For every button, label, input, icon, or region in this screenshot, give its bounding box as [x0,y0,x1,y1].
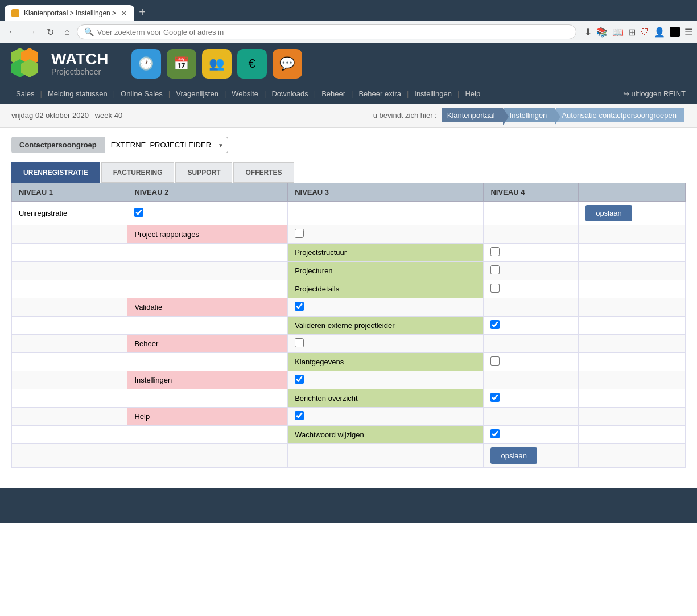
app-icon-users[interactable]: 👥 [202,49,232,79]
checkbox-instellingen[interactable] [295,375,304,384]
addon-icon[interactable]: 👤 [654,27,665,38]
download-icon[interactable]: ⬇ [584,27,592,38]
header-action [579,183,686,202]
nav-online-sales[interactable]: Online Sales [116,84,167,104]
address-bar[interactable]: 🔍 [77,24,576,39]
nav-vragenlijsten[interactable]: Vragenlijsten [171,84,223,104]
app-icon-chat[interactable]: 💬 [273,49,302,79]
tabs: URENREGISTRATIE FACTURERING SUPPORT OFFE… [11,162,686,183]
tab-close-btn[interactable]: ✕ [121,9,127,18]
permission-table: NIVEAU 1 NIVEAU 2 NIVEAU 3 NIVEAU 4 Uren… [11,183,686,468]
niveau3-valideren: Valideren externe projectleider [288,317,484,335]
breadcrumb-date: vrijdag 02 oktober 2020 week 40 [11,111,122,120]
group-select-wrap: EXTERNE_PROJECTLEIDER INTERN ADMIN [105,137,228,153]
nav-instellingen[interactable]: Instellingen [410,84,456,104]
checkbox-help[interactable] [295,411,304,420]
checkbox-urenregistratie[interactable] [134,208,143,217]
niveau2-urenregistratie-check [127,202,288,225]
ublock-icon[interactable]: 🛡 [640,27,649,37]
table-row: Projecturen [12,262,686,280]
table-row: Wachtwoord wijzigen [12,426,686,444]
browser-tab[interactable]: Klantenportaal > Instellingen > ✕ [5,5,134,21]
niveau3-klantgegevens: Klantgegevens [288,353,484,371]
breadcrumb-nav: u bevindt zich hier : Klantenportaal Ins… [373,108,686,122]
table-row: Projectstructuur [12,244,686,262]
home-button[interactable]: ⌂ [61,26,73,38]
checkbox-projectdetails[interactable] [490,284,500,293]
header-niveau1: NIVEAU 1 [12,183,127,202]
logo-svg [11,48,46,79]
niveau3-wachtwoord: Wachtwoord wijzigen [288,426,484,444]
niveau2-instellingen: Instellingen [127,371,288,389]
logout-button[interactable]: ↪ uitloggen REINT [623,89,686,98]
checkbox-valideren-externe[interactable] [490,320,500,329]
table-row: Beheer [12,335,686,353]
nav-help[interactable]: Help [460,84,485,104]
table-row: Project rapportages [12,225,686,244]
checkbox-validatie[interactable] [295,302,304,311]
group-select[interactable]: EXTERNE_PROJECTLEIDER INTERN ADMIN [105,137,228,153]
nav-downloads[interactable]: Downloads [267,84,312,104]
main-content: Contactpersoongroep EXTERNE_PROJECTLEIDE… [0,128,697,477]
browser-navbar: ← → ↻ ⌂ 🔍 ⬇ 📚 📖 ⊞ 🛡 👤 ☰ [0,21,697,43]
nav-website[interactable]: Website [227,84,263,104]
theme-icon[interactable] [670,27,680,37]
niveau3-projecturen: Projecturen [288,262,484,280]
table-row: Instellingen [12,371,686,389]
header-niveau4: NIVEAU 4 [484,183,579,202]
nav-beheer[interactable]: Beheer [317,84,350,104]
save-button-top[interactable]: opslaan [585,205,632,221]
niveau2-beheer: Beheer [127,335,288,353]
bookmarks-icon[interactable]: 📚 [596,27,608,38]
app-icon-time[interactable]: 🕐 [131,49,161,79]
checkbox-klantgegevens[interactable] [490,356,500,366]
group-label: Contactpersoongroep [11,137,105,153]
nav-sales[interactable]: Sales [11,84,39,104]
table-row: Help [12,408,686,426]
logo-name: WATCH [51,51,109,67]
logo-area: WATCH Projectbeheer [11,48,109,79]
address-input[interactable] [97,28,569,36]
logout-icon: ↪ [623,89,629,98]
forward-button[interactable]: → [24,26,40,38]
tab-favicon [11,9,19,17]
breadcrumb-bar: vrijdag 02 oktober 2020 week 40 u bevind… [0,104,697,128]
table-row: Klantgegevens [12,353,686,371]
tab-urenregistratie[interactable]: URENREGISTRATIE [11,162,100,183]
group-selector: Contactpersoongroep EXTERNE_PROJECTLEIDE… [11,137,686,153]
table-row: Projectdetails [12,280,686,298]
breadcrumb-autorisatie[interactable]: Autorisatie contactpersoongroepen [556,108,684,122]
tab-offertes[interactable]: OFFERTES [233,162,294,183]
checkbox-wachtwoord[interactable] [490,429,500,438]
nav-melding-statussen[interactable]: Melding statussen [43,84,112,104]
new-tab-button[interactable]: + [134,3,150,21]
nav-beheer-extra[interactable]: Beheer extra [354,84,405,104]
reader-icon[interactable]: 📖 [612,27,624,38]
table-row-save: opslaan [12,444,686,468]
menu-icon[interactable]: ☰ [684,27,692,38]
table-row: Urenregistratie opslaan [12,202,686,225]
app-icon-euro[interactable]: € [237,49,267,79]
app-icons: 🕐 📅 👥 € 💬 [131,49,302,79]
table-row: Valideren externe projectleider [12,317,686,335]
app-icon-calendar[interactable]: 📅 [167,49,196,79]
table-row: Validatie [12,298,686,317]
reload-button[interactable]: ↻ [43,26,57,39]
header-niveau2: NIVEAU 2 [127,183,288,202]
niveau3-berichten: Berichten overzicht [288,389,484,408]
checkbox-projectstructuur[interactable] [490,247,500,256]
back-button[interactable]: ← [5,26,20,38]
tab-support[interactable]: SUPPORT [175,162,232,183]
checkbox-projecturen[interactable] [490,265,500,274]
breadcrumb-instellingen[interactable]: Instellingen [504,108,555,122]
checkbox-beheer[interactable] [295,338,304,347]
search-icon: 🔍 [84,27,94,36]
checkbox-project-rapportages[interactable] [295,229,304,238]
breadcrumb-klantenportaal[interactable]: Klantenportaal [442,108,503,122]
qr-icon[interactable]: ⊞ [628,27,636,38]
checkbox-berichten[interactable] [490,393,500,402]
save-button-bottom[interactable]: opslaan [490,447,537,464]
tab-facturering[interactable]: FACTURERING [101,162,175,183]
logo-sub: Projectbeheer [51,67,109,76]
niveau2-help: Help [127,408,288,426]
